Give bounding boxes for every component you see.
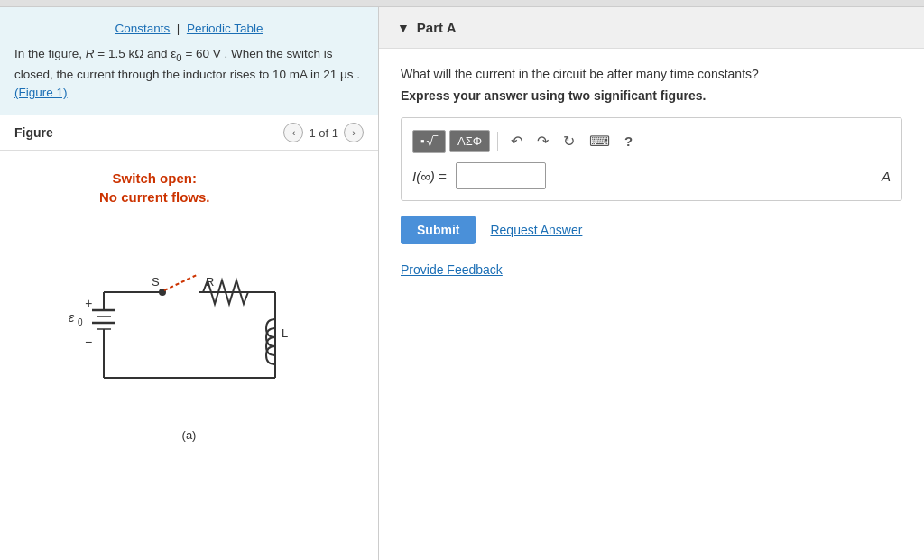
svg-text:+: + bbox=[85, 296, 92, 310]
figure-header: Figure ‹ 1 of 1 › bbox=[0, 115, 378, 151]
request-answer-button[interactable]: Request Answer bbox=[490, 223, 582, 237]
answer-label: I(∞) = bbox=[412, 169, 447, 184]
answer-box: ▪ √‾ ΑΣΦ ↶ ↷ ↻ ⌨ ? I(∞) = A bbox=[401, 117, 902, 201]
periodic-table-link[interactable]: Periodic Table bbox=[187, 22, 263, 35]
formula-toolbar: ▪ √‾ ΑΣΦ ↶ ↷ ↻ ⌨ ? bbox=[412, 129, 891, 153]
main-container: Constants | Periodic Table In the figure… bbox=[0, 7, 924, 560]
answer-unit: A bbox=[882, 169, 891, 184]
switch-label: Switch open: No current flows. bbox=[99, 169, 210, 207]
question-text: What will the current in the circuit be … bbox=[401, 67, 902, 81]
top-border bbox=[0, 0, 924, 7]
circuit-diagram: + − ε 0 S R bbox=[54, 225, 325, 423]
matrix-icon: ▪ bbox=[420, 134, 425, 148]
submit-button[interactable]: Submit bbox=[401, 216, 476, 244]
figure1-link[interactable]: (Figure 1) bbox=[14, 86, 68, 99]
part-arrow-icon: ▼ bbox=[397, 21, 410, 35]
right-panel: ▼ Part A What will the current in the ci… bbox=[379, 7, 924, 560]
action-row: Submit Request Answer bbox=[401, 216, 902, 244]
next-figure-button[interactable]: › bbox=[344, 123, 364, 142]
part-title: Part A bbox=[417, 20, 457, 35]
svg-text:−: − bbox=[85, 335, 92, 349]
constants-link[interactable]: Constants bbox=[116, 22, 171, 35]
svg-line-15 bbox=[164, 274, 199, 290]
part-header: ▼ Part A bbox=[379, 7, 924, 49]
left-panel: Constants | Periodic Table In the figure… bbox=[0, 7, 379, 560]
greek-button[interactable]: ΑΣΦ bbox=[449, 130, 490, 152]
problem-text: In the figure, R = 1.5 kΩ and ε0 = 60 V … bbox=[14, 45, 364, 102]
greek-icon: ΑΣΦ bbox=[457, 134, 482, 148]
page-indicator: 1 of 1 bbox=[309, 126, 338, 140]
keyboard-button[interactable]: ⌨ bbox=[584, 129, 615, 153]
undo-button[interactable]: ↶ bbox=[505, 129, 528, 153]
toolbar-separator bbox=[497, 132, 498, 151]
answer-row: I(∞) = A bbox=[412, 162, 891, 189]
figure-caption: (a) bbox=[182, 428, 197, 442]
figure-label: Figure bbox=[14, 125, 283, 140]
part-content: What will the current in the circuit be … bbox=[379, 49, 924, 295]
matrix-button[interactable]: ▪ √‾ bbox=[412, 130, 446, 153]
svg-text:ε: ε bbox=[69, 310, 75, 325]
answer-input[interactable] bbox=[456, 162, 546, 189]
svg-text:L: L bbox=[282, 326, 288, 340]
prev-figure-button[interactable]: ‹ bbox=[283, 123, 303, 142]
provide-feedback-button[interactable]: Provide Feedback bbox=[401, 262, 503, 277]
help-button[interactable]: ? bbox=[619, 130, 638, 152]
express-text: Express your answer using two significan… bbox=[401, 88, 902, 103]
svg-text:S: S bbox=[152, 275, 160, 289]
sqrt-icon: √‾ bbox=[427, 134, 438, 149]
svg-text:0: 0 bbox=[78, 317, 83, 327]
refresh-button[interactable]: ↻ bbox=[558, 129, 580, 153]
figure-nav: ‹ 1 of 1 › bbox=[283, 123, 364, 142]
redo-button[interactable]: ↷ bbox=[531, 129, 554, 153]
info-box: Constants | Periodic Table In the figure… bbox=[0, 7, 378, 115]
figure-content: Switch open: No current flows. + − ε 0 bbox=[0, 151, 378, 560]
